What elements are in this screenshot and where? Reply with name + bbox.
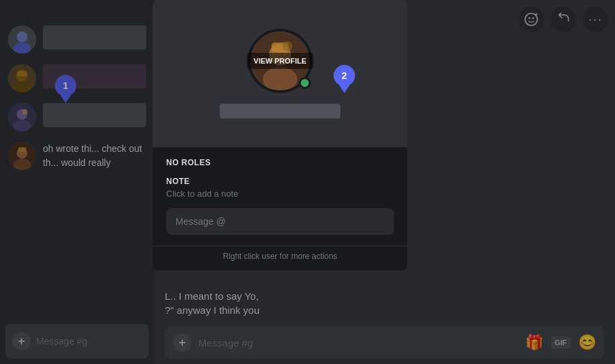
note-section: NOTE Click to add a note xyxy=(166,177,394,199)
reply-button[interactable] xyxy=(551,7,576,32)
sidebar-message-bar[interactable]: + Message #g xyxy=(5,324,149,359)
toolbar: ··· xyxy=(519,7,608,32)
sidebar: oh wrote thi... check out th... would re… xyxy=(0,0,154,364)
gift-icon[interactable]: 🎁 xyxy=(525,334,543,351)
popup-header: VIEW PROFILE xyxy=(153,0,407,147)
sidebar-input-placeholder[interactable]: Message #g xyxy=(36,336,87,347)
note-input[interactable]: Click to add a note xyxy=(166,189,394,199)
svg-point-16 xyxy=(529,17,531,19)
svg-point-20 xyxy=(263,67,297,92)
popup-footer: Right click user for more actions xyxy=(153,246,407,270)
popup-avatar-wrap: VIEW PROFILE xyxy=(248,29,312,93)
user-profile-popup: VIEW PROFILE NO ROLES NOTE Click to add … xyxy=(153,0,407,270)
sidebar-text xyxy=(43,25,146,50)
popup-message-input[interactable]: Message @ xyxy=(166,208,394,235)
chat-text-right: L.. I meant to say Yo, ?" anyway I think… xyxy=(165,289,604,317)
chat-bubble: L.. I meant to say Yo, ?" anyway I think… xyxy=(165,289,604,317)
svg-point-22 xyxy=(283,41,293,52)
message-text: oh wrote thi... check out th... would re… xyxy=(43,142,146,170)
annotation-1: 1 xyxy=(55,75,76,96)
svg-point-17 xyxy=(532,17,534,19)
message-bar-container: + Message #g 🎁 GIF 😊 xyxy=(154,327,615,364)
message-input[interactable]: Message #g xyxy=(198,337,519,349)
message-bar: + Message #g 🎁 GIF 😊 xyxy=(165,327,604,359)
no-roles-section: NO ROLES xyxy=(166,158,394,167)
sidebar-item[interactable] xyxy=(0,20,154,59)
add-emoji-button[interactable] xyxy=(519,7,544,32)
sidebar-item[interactable]: oh wrote thi... check out th... would re… xyxy=(0,136,154,175)
message-add-button[interactable]: + xyxy=(173,333,192,352)
avatar xyxy=(8,142,36,170)
emoji-icon[interactable]: 😊 xyxy=(578,334,596,351)
svg-point-10 xyxy=(22,109,27,114)
gif-button[interactable]: GIF xyxy=(551,337,570,349)
online-status-dot xyxy=(299,77,311,89)
no-roles-label: NO ROLES xyxy=(166,158,394,167)
avatar xyxy=(8,64,36,92)
avatar xyxy=(8,25,36,54)
annotation-2: 2 xyxy=(334,65,355,86)
chat-message-row: L.. I meant to say Yo, ?" anyway I think… xyxy=(165,289,604,317)
sidebar-item[interactable] xyxy=(0,59,154,98)
svg-rect-14 xyxy=(18,147,26,152)
sidebar-item[interactable] xyxy=(0,98,154,136)
more-button[interactable]: ··· xyxy=(583,7,608,32)
sidebar-item-list: oh wrote thi... check out th... would re… xyxy=(0,0,154,175)
svg-point-1 xyxy=(17,31,27,42)
note-label: NOTE xyxy=(166,177,394,186)
message-toolbar: 🎁 GIF 😊 xyxy=(525,334,596,351)
svg-point-15 xyxy=(525,13,537,25)
sidebar-text xyxy=(43,103,146,127)
chat-text-preview: oh wrote thi... check out th... would re… xyxy=(43,142,146,170)
avatar xyxy=(8,103,36,131)
svg-rect-6 xyxy=(17,71,27,76)
popup-body: NO ROLES NOTE Click to add a note Messag… xyxy=(153,147,407,246)
popup-username xyxy=(220,104,340,118)
add-button[interactable]: + xyxy=(12,332,31,351)
